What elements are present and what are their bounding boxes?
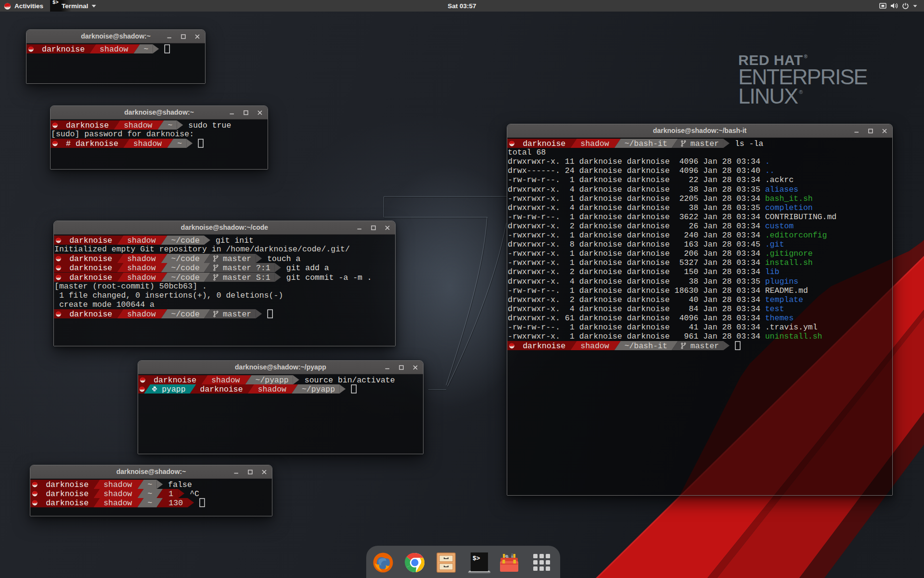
svg-text:darknoise: darknoise (42, 45, 85, 54)
svg-text:~: ~ (177, 139, 182, 148)
svg-text:git init: git init (216, 236, 254, 245)
svg-text:~: ~ (148, 499, 153, 508)
svg-text:~: ~ (167, 121, 172, 130)
svg-text:darknoise: darknoise (523, 139, 565, 148)
svg-text:~: ~ (148, 489, 153, 499)
svg-text:~/code: ~/code (171, 273, 200, 282)
svg-text:darknoise: darknoise (200, 385, 243, 394)
svg-text:~/pyapp: ~/pyapp (302, 385, 335, 394)
svg-text:~/code: ~/code (171, 254, 200, 263)
svg-text:darknoise: darknoise (69, 273, 112, 282)
svg-text:master ?:1: master ?:1 (223, 263, 270, 273)
svg-text:false: false (168, 480, 192, 489)
svg-text:~: ~ (143, 45, 148, 54)
svg-text:1: 1 (168, 489, 173, 499)
svg-text:shadow: shadow (127, 263, 155, 273)
svg-text:master: master (223, 310, 251, 319)
svg-text:~/code: ~/code (171, 236, 200, 245)
svg-text:darknoise: darknoise (46, 480, 89, 489)
svg-text:darknoise: darknoise (66, 121, 109, 130)
svg-text:darknoise: darknoise (154, 376, 196, 385)
svg-text:shadow: shadow (580, 139, 609, 148)
svg-text:^C: ^C (190, 489, 199, 499)
svg-text:darknoise: darknoise (69, 254, 112, 263)
svg-text:darknoise: darknoise (69, 236, 112, 245)
svg-text:~/code: ~/code (171, 263, 200, 273)
svg-text:touch a: touch a (267, 254, 300, 263)
svg-text:darknoise: darknoise (46, 489, 89, 499)
svg-text:darknoise: darknoise (46, 499, 89, 508)
svg-text:git add a: git add a (286, 263, 329, 273)
svg-text:shadow: shadow (127, 254, 155, 263)
svg-text:darknoise: darknoise (69, 310, 112, 319)
svg-text:~/pyapp: ~/pyapp (256, 376, 289, 385)
svg-text:shadow: shadow (103, 489, 132, 499)
svg-text:darknoise: darknoise (523, 342, 565, 351)
svg-text:130: 130 (168, 499, 183, 508)
svg-text:shadow: shadow (103, 499, 132, 508)
svg-text:shadow: shadow (127, 273, 155, 282)
svg-text:git commit -a -m .: git commit -a -m . (286, 273, 372, 282)
svg-text:sudo true: sudo true (188, 121, 231, 130)
svg-text:master: master (691, 139, 719, 148)
svg-text:shadow: shadow (100, 45, 128, 54)
svg-text:shadow: shadow (580, 342, 609, 351)
svg-text:shadow: shadow (124, 121, 152, 130)
svg-text:~/code: ~/code (171, 310, 200, 319)
svg-text:master S:1: master S:1 (223, 273, 270, 282)
svg-text:master: master (691, 342, 719, 351)
svg-text:~/bash-it: ~/bash-it (625, 342, 667, 351)
svg-text:shadow: shadow (258, 385, 286, 394)
svg-text:~/bash-it: ~/bash-it (625, 139, 667, 148)
svg-text:shadow: shadow (211, 376, 240, 385)
svg-text:pyapp: pyapp (162, 385, 185, 394)
svg-text:shadow: shadow (103, 480, 132, 489)
svg-text:darknoise: darknoise (69, 263, 112, 273)
svg-text:ls -la: ls -la (735, 139, 763, 148)
svg-text:shadow: shadow (127, 310, 155, 319)
svg-text:source bin/activate: source bin/activate (305, 376, 395, 385)
svg-text:shadow: shadow (133, 139, 162, 148)
svg-text:~: ~ (148, 480, 153, 489)
svg-text:$>: $> (473, 555, 480, 562)
svg-text:# darknoise: # darknoise (66, 139, 118, 148)
svg-text:master: master (223, 254, 251, 263)
svg-text:shadow: shadow (127, 236, 155, 245)
